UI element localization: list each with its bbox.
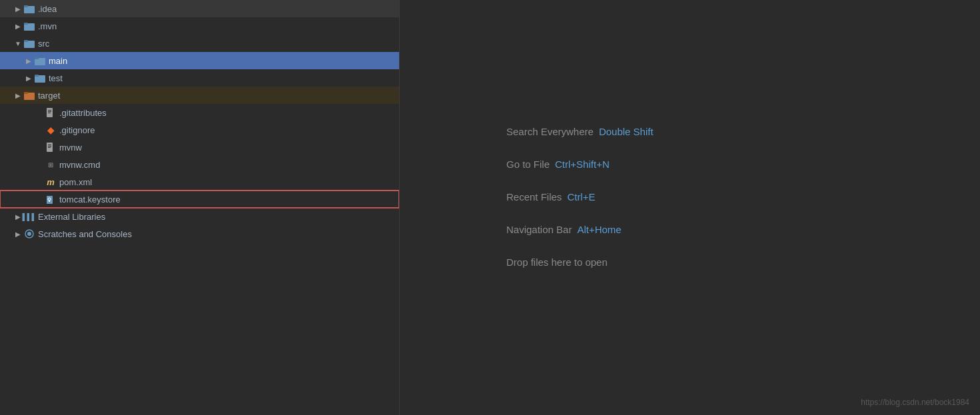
hint-label-search: Search Everywhere	[506, 126, 594, 137]
tree-label-external-libraries: External Libraries	[38, 212, 105, 222]
hint-shortcut-goto: Ctrl+Shift+N	[555, 159, 610, 170]
file-icon-pom-xml: m	[45, 177, 56, 187]
tree-label-mvnw: mvnw	[59, 143, 82, 153]
file-icon-mvnw	[45, 142, 56, 153]
folder-icon-test	[35, 73, 45, 83]
tree-label-mvn: .mvn	[38, 21, 57, 31]
svg-rect-22	[49, 201, 50, 202]
svg-rect-18	[48, 146, 51, 147]
svg-rect-11	[24, 92, 28, 94]
tree-item-mvnw[interactable]: mvnw	[0, 139, 399, 156]
tree-label-mvnw-cmd: mvnw.cmd	[59, 160, 100, 170]
file-icon-external-libraries: ▌▌▌	[24, 211, 35, 222]
tree-label-target: target	[38, 91, 60, 101]
folder-icon-target	[24, 90, 35, 101]
file-icon-tomcat-keystore	[45, 194, 56, 205]
arrow-target	[13, 91, 23, 100]
tree-item-external-libraries[interactable]: ▌▌▌ External Libraries	[0, 208, 399, 225]
arrow-idea	[13, 4, 23, 13]
hint-label-goto: Go to File	[506, 159, 550, 170]
hint-label-recent: Recent Files	[506, 191, 562, 203]
arrow-src	[13, 39, 23, 48]
svg-rect-1	[24, 5, 28, 7]
tree-item-gitattributes[interactable]: .gitattributes	[0, 104, 399, 121]
svg-rect-3	[24, 23, 28, 25]
hint-row-navbar: Navigation Bar Alt+Home	[506, 224, 980, 235]
tree-label-gitattributes: .gitattributes	[59, 108, 107, 118]
main-panel: Search Everywhere Double Shift Go to Fil…	[400, 0, 980, 415]
file-icon-scratches	[24, 228, 35, 239]
file-icon-gitattributes	[45, 107, 56, 118]
hint-row-recent: Recent Files Ctrl+E	[506, 191, 980, 203]
arrow-scratches	[13, 229, 23, 238]
hint-shortcut-search: Double Shift	[599, 126, 654, 137]
hint-row-search: Search Everywhere Double Shift	[506, 126, 980, 137]
folder-icon-idea	[24, 3, 35, 14]
hint-shortcut-navbar: Alt+Home	[577, 224, 621, 235]
hint-shortcut-recent: Ctrl+E	[567, 191, 595, 203]
watermark: https://blog.csdn.net/bock1984	[861, 398, 969, 407]
arrow-test	[24, 73, 33, 83]
svg-point-24	[27, 232, 31, 236]
tree-item-src[interactable]: src	[0, 35, 399, 52]
tree-item-tomcat-keystore[interactable]: tomcat.keystore	[0, 191, 399, 208]
svg-rect-19	[48, 147, 51, 148]
arrow-external-libraries	[13, 212, 23, 221]
svg-rect-13	[48, 110, 51, 111]
svg-rect-20	[47, 196, 53, 204]
tree-label-test: test	[49, 73, 63, 83]
svg-rect-17	[48, 145, 51, 145]
tree-item-mvn[interactable]: .mvn	[0, 17, 399, 35]
tree-label-scratches: Scratches and Consoles	[38, 229, 132, 239]
tree-label-src: src	[38, 39, 49, 49]
svg-rect-7	[35, 57, 39, 59]
hint-row-goto: Go to File Ctrl+Shift+N	[506, 159, 980, 170]
tree-item-scratches[interactable]: Scratches and Consoles	[0, 225, 399, 242]
hint-label-drop: Drop files here to open	[506, 256, 608, 268]
folder-icon-main	[35, 55, 45, 66]
tree-item-gitignore[interactable]: ◆ .gitignore	[0, 121, 399, 139]
tree-label-gitignore: .gitignore	[59, 125, 95, 135]
hint-row-drop: Drop files here to open	[506, 256, 980, 268]
tree-label-idea: .idea	[38, 4, 57, 14]
tree-label-main: main	[49, 56, 67, 66]
tree-label-tomcat-keystore: tomcat.keystore	[59, 195, 121, 205]
svg-rect-14	[48, 111, 51, 112]
folder-icon-src	[24, 38, 35, 49]
file-icon-gitignore: ◆	[45, 125, 56, 135]
svg-rect-15	[48, 113, 51, 113]
tree-label-pom-xml: pom.xml	[59, 177, 92, 187]
tree-item-main[interactable]: main	[0, 52, 399, 69]
arrow-mvn	[13, 21, 23, 31]
folder-icon-mvn	[24, 21, 35, 31]
tree-item-target[interactable]: target	[0, 87, 399, 104]
svg-rect-9	[35, 75, 39, 77]
tree-item-mvnw-cmd[interactable]: ⊞ mvnw.cmd	[0, 156, 399, 173]
tree-item-test[interactable]: test	[0, 69, 399, 87]
arrow-main	[24, 56, 33, 65]
file-icon-mvnw-cmd: ⊞	[45, 159, 56, 170]
hint-label-navbar: Navigation Bar	[506, 224, 572, 235]
tree-item-idea[interactable]: .idea	[0, 0, 399, 17]
file-tree-panel: .idea .mvn src ma	[0, 0, 400, 415]
svg-rect-5	[24, 40, 28, 42]
tree-item-pom-xml[interactable]: m pom.xml	[0, 173, 399, 191]
